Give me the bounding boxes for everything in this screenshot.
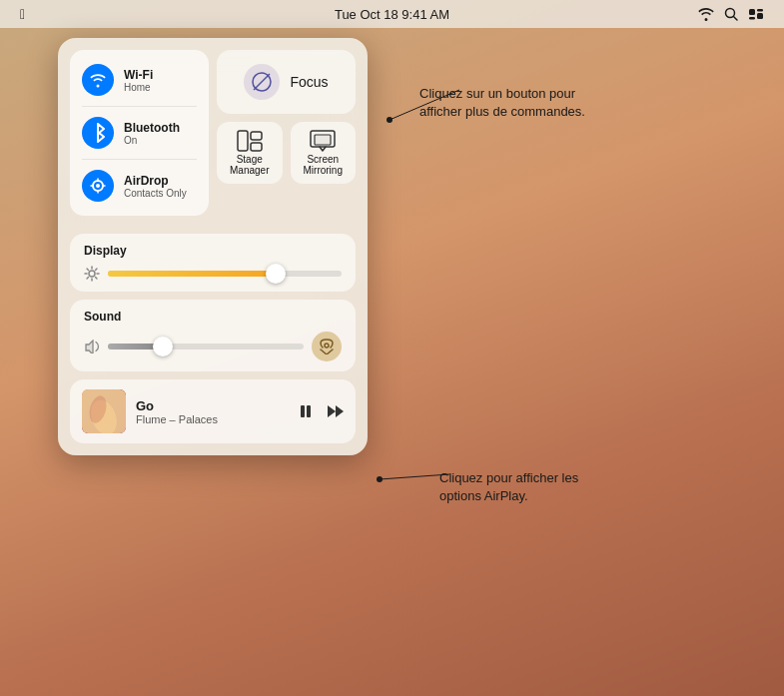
button-annotation: Cliquez sur un bouton pour afficher plus… [419, 85, 599, 121]
volume-slider[interactable] [108, 344, 304, 349]
bluetooth-text: Bluetooth On [124, 121, 180, 146]
control-center-panel: Wi-Fi Home Bluetooth On [58, 38, 368, 455]
svg-rect-12 [315, 135, 331, 145]
svg-rect-4 [749, 17, 755, 20]
svg-rect-10 [251, 143, 262, 151]
screen-mirroring-icon [310, 130, 336, 152]
volume-row [84, 332, 342, 361]
track-info: Go Flume – Palaces [136, 398, 288, 425]
svg-rect-3 [757, 9, 763, 12]
svg-point-21 [387, 117, 392, 123]
menubar-status-icons [698, 7, 764, 21]
small-tiles-row: Stage Manager Screen Mirroring [217, 122, 356, 184]
svg-point-23 [377, 476, 383, 482]
bluetooth-status: On [124, 135, 180, 146]
wifi-menubar-icon[interactable] [698, 7, 714, 21]
stage-manager-tile[interactable]: Stage Manager [217, 122, 283, 184]
svg-line-1 [734, 17, 738, 21]
stage-manager-icon [237, 130, 263, 152]
search-menubar-icon[interactable] [724, 7, 738, 21]
focus-tile[interactable]: Focus [217, 50, 356, 114]
airplay-annotation: Cliquez pour afficher les options AirPla… [439, 469, 619, 505]
apple-menu[interactable]:  [20, 6, 25, 22]
svg-rect-2 [749, 9, 755, 15]
menubar-datetime: Tue Oct 18 9:41 AM [335, 7, 449, 22]
wifi-item[interactable]: Wi-Fi Home [82, 60, 197, 100]
bluetooth-label: Bluetooth [124, 121, 180, 135]
svg-rect-5 [757, 13, 763, 19]
svg-point-13 [89, 271, 95, 277]
wifi-icon [82, 64, 114, 96]
wifi-status: Home [124, 82, 153, 93]
sound-title: Sound [84, 310, 342, 324]
bluetooth-icon [82, 117, 114, 149]
brightness-icon [84, 266, 100, 282]
volume-icon [84, 340, 100, 353]
svg-rect-9 [251, 132, 262, 140]
airdrop-label: AirDrop [124, 174, 187, 188]
brightness-slider[interactable] [108, 271, 342, 277]
focus-label: Focus [290, 74, 328, 90]
track-artist: Flume – Palaces [136, 413, 288, 425]
airdrop-item[interactable]: AirDrop Contacts Only [82, 166, 197, 206]
svg-point-14 [325, 344, 329, 348]
skip-forward-button[interactable] [326, 403, 344, 419]
right-column: Focus Stage Manager [217, 50, 356, 216]
svg-rect-19 [307, 405, 311, 417]
tiles-grid: Wi-Fi Home Bluetooth On [70, 50, 356, 224]
control-center-menubar-icon[interactable] [748, 7, 764, 21]
svg-rect-18 [301, 405, 305, 417]
menubar-clock: Tue Oct 18 9:41 AM [335, 7, 449, 22]
track-title: Go [136, 398, 288, 413]
pause-button[interactable] [298, 403, 314, 419]
connectivity-tile: Wi-Fi Home Bluetooth On [70, 50, 209, 216]
wifi-text: Wi-Fi Home [124, 68, 153, 93]
svg-point-7 [96, 184, 100, 188]
airdrop-status: Contacts Only [124, 188, 187, 199]
focus-icon [244, 64, 280, 100]
playback-controls [298, 403, 344, 419]
screen-mirroring-label: Screen Mirroring [301, 154, 347, 176]
airdrop-text: AirDrop Contacts Only [124, 174, 187, 199]
bluetooth-item[interactable]: Bluetooth On [82, 113, 197, 153]
display-title: Display [84, 244, 342, 258]
album-art [82, 389, 126, 433]
svg-rect-8 [238, 131, 248, 151]
wifi-label: Wi-Fi [124, 68, 153, 82]
screen-mirroring-tile[interactable]: Screen Mirroring [291, 122, 357, 184]
brightness-slider-row [84, 266, 342, 282]
airdrop-icon [82, 170, 114, 202]
menu-bar:  Tue Oct 18 9:41 AM [0, 0, 784, 28]
display-section: Display [70, 234, 356, 292]
sound-section: Sound [70, 300, 356, 371]
stage-manager-label: Stage Manager [227, 154, 273, 176]
now-playing-section: Go Flume – Palaces [70, 379, 356, 443]
airplay-button[interactable] [312, 332, 342, 361]
